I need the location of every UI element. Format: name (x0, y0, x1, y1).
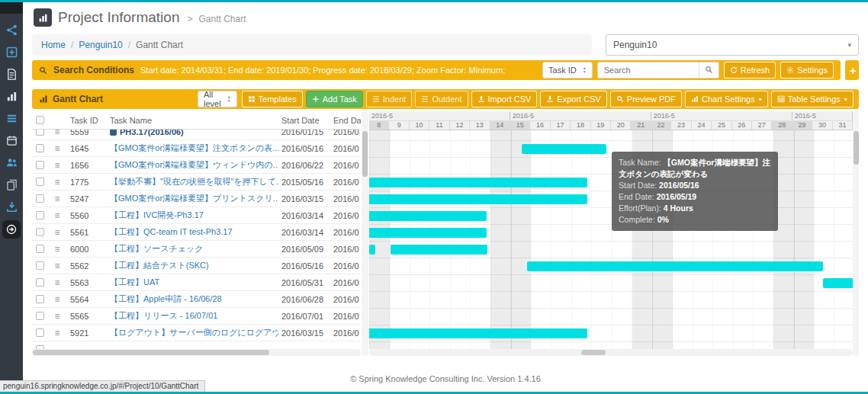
row-checkbox[interactable] (36, 328, 44, 337)
row-checkbox[interactable] (36, 194, 44, 203)
gantt-bar[interactable] (369, 211, 487, 221)
outdent-button[interactable]: Outdent (415, 91, 468, 107)
drag-handle[interactable]: ≡ (47, 177, 67, 187)
drag-handle[interactable]: ≡ (47, 227, 67, 238)
chart-horizontal-scrollbar[interactable] (369, 349, 853, 356)
fullscreen-button[interactable] (858, 94, 859, 104)
level-select[interactable]: All level ▲▼ (198, 91, 237, 107)
task-name-link[interactable]: 【挙動不審】"現在の状態を取得"を押下して... (107, 176, 278, 187)
drag-handle[interactable]: ≡ (47, 261, 67, 271)
settings-button[interactable]: Settings (780, 62, 834, 78)
row-checkbox[interactable] (36, 211, 44, 219)
task-name-link[interactable]: PH3.17(2016/06) (107, 130, 278, 136)
task-name-link[interactable]: 【工程】結合テスト(SKC) (107, 260, 278, 271)
task-name-link[interactable]: 【工程】UAT (107, 277, 278, 288)
weekend-band (511, 130, 532, 349)
task-name-link[interactable]: 【GMO案件or溝端様要望】プリントスクリ... (107, 193, 278, 204)
gantt-bar[interactable] (823, 278, 853, 288)
breadcrumb-item-penguin10[interactable]: Penguin10 (79, 40, 122, 50)
sidebar-item-collapse-menu[interactable] (2, 220, 21, 239)
row-checkbox[interactable] (36, 312, 44, 320)
drag-handle[interactable]: ≡ (47, 143, 67, 154)
main-area: Project Information > Gantt Chart Home/P… (23, 2, 868, 392)
task-name-link[interactable]: 【工程】Apple申請 - 16/06/28 (107, 293, 278, 305)
row-checkbox[interactable] (36, 130, 44, 136)
templates-button[interactable]: Templates (242, 91, 303, 107)
row-checkbox[interactable] (36, 144, 44, 152)
sidebar-item-share[interactable] (0, 19, 23, 41)
row-checkbox[interactable] (36, 228, 44, 236)
row-checkbox[interactable] (36, 245, 44, 253)
preview-pdf-button[interactable]: Preview PDF (610, 91, 682, 107)
breadcrumb-item-home[interactable]: Home (41, 40, 66, 50)
gantt-bar[interactable] (369, 194, 587, 204)
refresh-button[interactable]: Refresh (724, 62, 776, 78)
task-name-link[interactable]: 【GMO案件or溝端様要望】注文ボタンの表... (107, 143, 278, 154)
sidebar-item-downloads[interactable] (0, 196, 23, 218)
timeline-day-12: 12 (450, 121, 470, 130)
search-field-select[interactable]: Task ID ▲▼ (542, 62, 593, 78)
start-date-cell: 2016/03/15 (278, 328, 330, 338)
drag-handle[interactable]: ≡ (47, 294, 67, 305)
drag-handle[interactable]: ≡ (47, 244, 67, 255)
row-checkbox[interactable] (36, 178, 44, 186)
select-all-checkbox[interactable] (36, 116, 44, 124)
drag-handle[interactable]: ≡ (47, 130, 67, 137)
drag-handle[interactable]: ≡ (47, 328, 67, 338)
row-checkbox[interactable] (36, 295, 44, 303)
table-horizontal-scrollbar[interactable] (32, 349, 361, 356)
scrollbar-thumb[interactable] (33, 350, 269, 355)
add-task-button[interactable]: Add Task (306, 91, 363, 107)
search-submit-button[interactable] (699, 62, 719, 78)
tooltip-label: Task Name: (619, 158, 663, 167)
button-label: Import CSV (488, 94, 532, 104)
drag-handle[interactable]: ≡ (47, 277, 67, 288)
gantt-bar[interactable] (369, 178, 587, 187)
gantt-bar[interactable] (391, 245, 487, 255)
row-checkbox[interactable] (36, 161, 44, 169)
gantt-bar[interactable] (369, 328, 587, 338)
start-date-cell: 2016/06/28 (278, 295, 330, 304)
drag-handle[interactable]: ≡ (47, 194, 67, 204)
timeline-day-26: 26 (732, 121, 752, 130)
sidebar-item-calendar[interactable] (0, 130, 23, 152)
row-checkbox[interactable] (36, 261, 44, 270)
table-settings-button[interactable]: Table Settings▾ (771, 91, 854, 107)
select-arrows-icon: ▲▼ (583, 66, 587, 74)
chart-vertical-scrollbar[interactable] (853, 111, 859, 356)
gantt-bar[interactable] (369, 228, 487, 238)
add-condition-button[interactable]: + (845, 60, 859, 80)
task-name-link[interactable]: 【工程】ソースチェック (107, 243, 278, 255)
drag-handle[interactable]: ≡ (47, 210, 67, 221)
sidebar-item-documents[interactable] (0, 63, 23, 85)
drag-handle[interactable]: ≡ (47, 311, 67, 322)
scrollbar-thumb[interactable] (581, 350, 606, 355)
table-row: ≡5565【工程】リリース - 16/07/012016/07/012016/0 (32, 308, 361, 325)
search-input[interactable] (598, 62, 699, 78)
vertical-scrollbar[interactable] (362, 111, 368, 356)
project-selector[interactable]: Penguin10 ▾ (606, 34, 859, 56)
gantt-bar[interactable] (522, 144, 606, 154)
task-name-link[interactable]: 【GMO案件or溝端様要望】ウィンドウ内の... (107, 159, 278, 171)
gantt-bar[interactable] (369, 245, 375, 255)
import-csv-button[interactable]: Import CSV (471, 91, 538, 107)
task-id-cell: 5559 (67, 130, 107, 136)
sidebar-item-project-information[interactable] (0, 85, 23, 107)
indent-button[interactable]: Indent (366, 91, 413, 107)
sidebar-item-task-list[interactable] (0, 107, 23, 130)
scrollbar-thumb[interactable] (362, 131, 368, 177)
sidebar-item-members[interactable] (0, 152, 23, 174)
scrollbar-thumb[interactable] (854, 131, 859, 165)
task-name-link[interactable]: 【工程】QC-team IT test-Ph3.17 (107, 226, 278, 238)
drag-handle[interactable]: ≡ (47, 160, 67, 171)
task-name-link[interactable]: 【工程】IVC開発-Ph3.17 (107, 210, 278, 221)
sidebar-item-create[interactable] (0, 41, 23, 63)
gantt-bar[interactable] (527, 261, 823, 271)
task-name-link[interactable]: 【工程】リリース - 16/07/01 (107, 310, 278, 322)
sidebar-item-copy[interactable] (0, 174, 23, 196)
task-name-link[interactable]: 【ログアウト】サーバー側のログにログアウ... (107, 327, 278, 338)
row-checkbox[interactable] (36, 278, 44, 287)
chart-settings-button[interactable]: Chart Settings▾ (685, 91, 768, 107)
export-csv-button[interactable]: Export CSV (540, 91, 606, 107)
magnifier-icon (705, 65, 713, 76)
